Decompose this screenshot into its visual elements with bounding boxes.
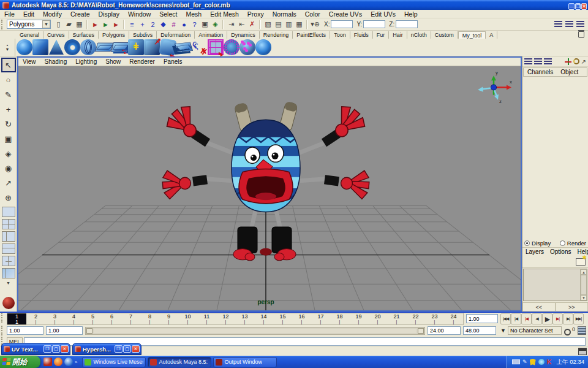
shelf-tab[interactable]: Dynamics <box>227 31 260 39</box>
viewport-menu-item[interactable]: Renderer <box>125 58 159 65</box>
frame-cell[interactable]: 16 | <box>292 313 311 324</box>
scale-tool[interactable]: ▣ <box>1 131 16 146</box>
render-current-frame-icon[interactable]: ▤ <box>273 19 284 29</box>
auto-keyframe-icon[interactable] <box>564 328 575 334</box>
maximize-button[interactable]: ❐ <box>575 3 581 10</box>
taskbar-task-button[interactable]: Output Window <box>213 357 277 367</box>
input-connections-icon[interactable]: ● <box>179 19 189 29</box>
frame-cell[interactable]: 21 | <box>387 313 406 324</box>
start-button[interactable]: 開始 <box>0 356 40 368</box>
title-bar[interactable]: Autodesk Maya 8.5: D:\MAYA\Robot_Homewor… <box>0 0 588 10</box>
shelf-tab[interactable]: A <box>486 31 497 39</box>
manip-axis-icon[interactable] <box>565 58 571 65</box>
frame-cell[interactable]: 5 | <box>83 313 102 324</box>
snap-planes-icon[interactable]: ◆ <box>158 19 168 29</box>
frame-cell[interactable]: 18 | <box>330 313 349 324</box>
channel-list-icon-3[interactable] <box>544 58 552 65</box>
wire-sphere-icon[interactable] <box>224 39 239 55</box>
menu-item[interactable]: Help <box>400 10 422 18</box>
select-hierarchy-icon[interactable]: ► <box>90 19 100 29</box>
animation-end-input[interactable] <box>463 326 496 335</box>
menu-item[interactable]: Edit <box>19 10 39 18</box>
select-component-icon[interactable]: ► <box>111 19 121 29</box>
render-settings-icon[interactable]: ▦ <box>294 19 304 29</box>
menu-item[interactable]: Color <box>301 10 325 18</box>
shelf-tab[interactable]: Fur <box>373 31 390 39</box>
close-button[interactable]: ✕ <box>132 345 140 353</box>
layout-four-pane[interactable] <box>2 219 15 229</box>
frame-cell[interactable]: 10 | <box>178 313 197 324</box>
lasso-select-tool[interactable]: ○ <box>1 72 16 87</box>
character-set-selector[interactable]: No Character Set <box>508 326 562 335</box>
step-back-key-button[interactable]: |◀ <box>521 313 532 324</box>
menu-item[interactable]: Modify <box>39 10 66 18</box>
snap-curves-icon[interactable]: + <box>137 19 148 29</box>
soft-mod-tool[interactable]: ◉ <box>1 161 16 175</box>
poly-cone-icon[interactable] <box>48 39 64 55</box>
shelf-tab[interactable]: Subdivs <box>129 31 157 39</box>
menu-item[interactable]: Edit Mesh <box>206 10 243 18</box>
layout-three-pane[interactable] <box>2 256 15 266</box>
frame-cell[interactable]: 20 | <box>368 313 387 324</box>
quick-launch-maya-icon[interactable] <box>43 358 52 366</box>
sculpt-sphere-icon[interactable] <box>255 39 271 55</box>
menu-item[interactable]: File <box>0 10 19 18</box>
chevron-down-icon[interactable]: ▼ <box>42 20 50 28</box>
menu-item[interactable]: Mesh <box>181 10 206 18</box>
minimize-button[interactable]: — <box>568 3 575 10</box>
pen-tray-icon[interactable]: ✎ <box>522 359 527 365</box>
layout-horizontal-split[interactable] <box>2 243 15 254</box>
frame-cell[interactable]: 6 | <box>102 313 121 324</box>
frame-cell[interactable]: 11 | <box>197 313 216 324</box>
layer-list-scrollbar[interactable]: ▲ ▼ <box>580 269 587 301</box>
shelf-tab[interactable]: Toon <box>330 31 350 39</box>
range-slider-bar[interactable] <box>85 327 425 335</box>
menu-item[interactable]: Create UVs <box>325 10 366 18</box>
close-button[interactable]: ✕ <box>581 3 587 10</box>
frame-cell[interactable]: 19 | <box>349 313 368 324</box>
step-back-frame-button[interactable]: |◀ <box>511 313 521 324</box>
toolbar-icon[interactable] <box>259 20 261 29</box>
viewport-menu-item[interactable]: Shading <box>40 58 72 65</box>
y-coordinate-input[interactable] <box>363 20 385 28</box>
shelf-tab[interactable]: Polygons <box>99 31 129 39</box>
menu-item[interactable]: Edit UVs <box>366 10 400 18</box>
channel-box-toggle-icon[interactable] <box>576 21 584 28</box>
shelf-tab[interactable]: Animation <box>195 31 227 39</box>
menu-item[interactable]: Create <box>66 10 94 18</box>
viewport-menu-item[interactable]: Panels <box>159 58 187 65</box>
animation-start-input[interactable] <box>7 326 43 335</box>
shelf-tab[interactable]: Rendering <box>260 31 293 39</box>
layer-menu-item[interactable]: Layers <box>522 248 547 255</box>
animation-preferences-icon[interactable] <box>578 326 586 335</box>
taskbar-task-button[interactable]: Autodesk Maya 8.5: D... <box>148 357 211 367</box>
script-editor-icon[interactable] <box>578 348 587 355</box>
channel-list-icon-1[interactable] <box>524 58 532 65</box>
restore-button[interactable]: ❐ <box>43 345 51 353</box>
go-to-start-button[interactable]: |◀◀ <box>500 313 511 324</box>
shelf-tab[interactable]: Curves <box>43 31 69 39</box>
frame-cell[interactable]: 8 | <box>140 313 159 324</box>
poly-sphere-icon[interactable] <box>17 39 32 55</box>
poly-cube-icon[interactable] <box>32 39 48 55</box>
frame-cell[interactable]: 15 | <box>273 313 292 324</box>
menu-item[interactable]: Normals <box>268 10 301 18</box>
show-manipulator-tool[interactable]: ↗ <box>1 175 16 190</box>
shelf-tab[interactable]: PaintEffects <box>293 31 330 39</box>
play-backwards-button[interactable]: ◀ <box>532 313 542 324</box>
paint-select-tool[interactable]: ✎ <box>1 87 16 102</box>
shelf-tab[interactable]: My_tool <box>458 31 486 39</box>
rotate-tool[interactable]: ↻ <box>1 117 16 131</box>
layer-menu-item[interactable]: Options <box>547 248 574 255</box>
floating-window-uv-texture-editor[interactable]: UV Text... ❐ ▢ ✕ <box>1 343 70 355</box>
layer-list[interactable]: ▲ ▼ <box>523 269 587 301</box>
time-slider-gripper[interactable] <box>1 313 6 323</box>
viewport-3d-canvas[interactable]: persp y x z <box>18 66 521 310</box>
move-tool[interactable]: + <box>1 102 16 117</box>
frame-strip[interactable]: 1 1 2 | 3 | 4 | 5 | 6 | 7 | 8 | <box>7 313 464 325</box>
quick-launch-more-icon[interactable]: » <box>75 359 77 365</box>
last-tool[interactable]: ⊕ <box>1 190 16 205</box>
smooth-icon[interactable] <box>159 38 176 56</box>
antivirus-tray-icon[interactable]: K <box>547 359 552 365</box>
security-shield-tray-icon[interactable] <box>530 359 536 366</box>
